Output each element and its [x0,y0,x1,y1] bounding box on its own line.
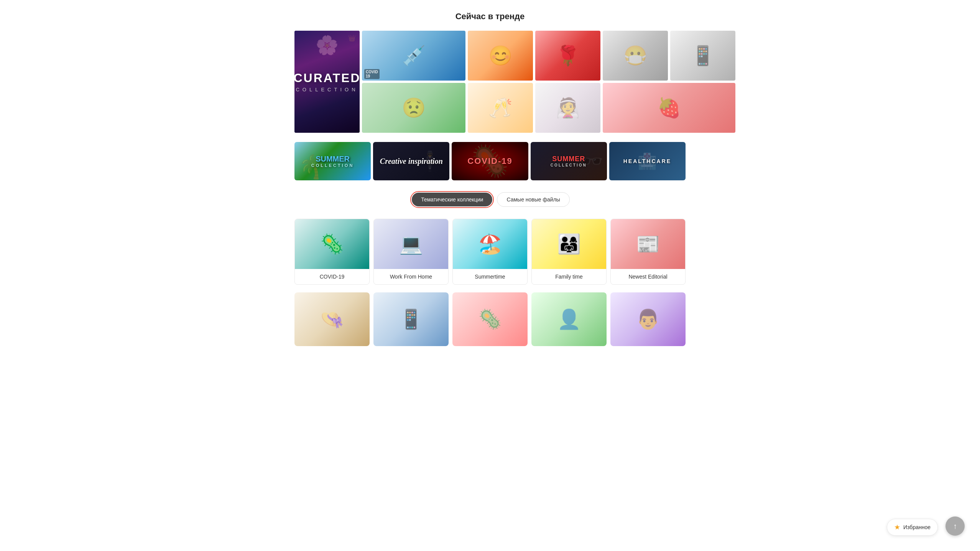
summer-card-icon: 🏖️ [478,233,502,255]
collection-card-wfh[interactable]: 💻 Work From Home [373,219,449,285]
card-image-wfh: 💻 [374,219,448,269]
trending-cell-flowers[interactable]: 🌹 [535,31,600,81]
collection-card2-a[interactable]: 👒 [294,292,370,346]
friends-icon: 🥂 [488,97,512,119]
banner-summer-2[interactable]: SUMMER COLLECTION 🕶️ [531,142,607,180]
banner-summer-1-label: SUMMER COLLECTION [311,155,354,168]
card-label-wfh: Work From Home [374,269,448,284]
card-label-covid: COVID-19 [295,269,369,284]
banner-healthcare-label: HEALTHCARE [623,158,671,164]
trending-cell-curated[interactable]: 👑 🌸 CURATED COLLECTION [294,31,360,133]
card-label-family: Family time [532,269,606,284]
trending-cell-phone[interactable]: 📱 [670,31,735,81]
curated-text-block: CURATED COLLECTION [294,71,360,92]
card2-a-icon: 👒 [320,308,344,330]
card-label-editorial: Newest Editorial [611,269,685,284]
trending-cell-wedding[interactable]: 👰 [535,83,600,133]
card2-c-icon: 🦠 [478,308,502,330]
tab-themed[interactable]: Тематические коллекции [412,193,492,206]
collection-card2-d[interactable]: 👤 [531,292,607,346]
card2-d-icon: 👤 [557,308,581,330]
flower-icon: 🌹 [556,45,580,67]
editorial-card-icon: 📰 [636,233,660,255]
cell-label: COVID19 [364,69,380,79]
banner-creative-label: Creative inspiration [380,157,443,166]
card-image-family: 👨‍👩‍👧 [532,219,606,269]
banner-summer-2-label: SUMMER COLLECTION [551,155,587,167]
banner-row: SUMMER COLLECTION 🌴 Creative inspiration… [294,142,686,180]
mask-icon: 😷 [623,45,647,67]
trending-cell-strawberry[interactable]: 🍓 [603,83,735,133]
trending-cell-mask[interactable]: 😷 [603,31,668,81]
tab-section: Тематические коллекции Самые новые файлы [294,191,686,208]
card-label-summertime: Summertime [453,269,527,284]
collection-card-editorial[interactable]: 📰 Newest Editorial [610,219,686,285]
wedding-icon: 👰 [556,97,580,119]
banner-covid[interactable]: COVID-19 🦠 [452,142,528,180]
collection-card-family[interactable]: 👨‍👩‍👧 Family time [531,219,607,285]
card-image-covid: 🦠 [295,219,369,269]
man-icon: 😊 [488,45,512,67]
banner-summer-1[interactable]: SUMMER COLLECTION 🌴 [294,142,371,180]
banner-creative[interactable]: Creative inspiration 🕴️ [373,142,449,180]
collection-card-summertime[interactable]: 🏖️ Summertime [452,219,528,285]
covid-icon: 💉 [402,45,426,67]
covid-card-icon: 🦠 [320,233,344,255]
collection-grid-2: 👒 📱 🦠 👤 👨 [294,292,686,346]
curated-title: CURATED [294,71,360,85]
banner-healthcare[interactable]: HEALTHCARE 🏥 [609,142,686,180]
family-card-icon: 👨‍👩‍👧 [557,233,581,255]
trending-cell-friends[interactable]: 🥂 [468,83,533,133]
card-image-editorial: 📰 [611,219,685,269]
collection-card2-c[interactable]: 🦠 [452,292,528,346]
banner-covid-label: COVID-19 [467,156,512,166]
collection-grid: 🦠 COVID-19 💻 Work From Home 🏖️ Summertim… [294,219,686,285]
card2-e-icon: 👨 [636,308,660,330]
trending-cell-man[interactable]: 😊 [468,31,533,81]
tab-themed-wrapper: Тематические коллекции [410,191,494,208]
page-title: Сейчас в тренде [294,12,686,21]
collection-card2-b[interactable]: 📱 [373,292,449,346]
main-content: Сейчас в тренде 💉 COVID19 👑 🌸 CURATED CO… [287,0,693,365]
card2-b-icon: 📱 [399,308,423,330]
collection-card-covid[interactable]: 🦠 COVID-19 [294,219,370,285]
tab-newest[interactable]: Самые новые файлы [497,192,569,207]
wfh-card-icon: 💻 [399,233,423,255]
trending-grid: 💉 COVID19 👑 🌸 CURATED COLLECTION 😊 🌹 [294,31,686,133]
flower-decoration: 🌸 [294,35,360,56]
collection-card2-e[interactable]: 👨 [610,292,686,346]
strawberry-icon: 🍓 [657,97,681,119]
phone-icon: 📱 [691,45,715,67]
card-image-summer: 🏖️ [453,219,527,269]
curated-subtitle: COLLECTION [296,87,358,92]
trending-cell-woman[interactable]: 😟 [362,83,465,133]
woman-icon: 😟 [402,97,426,119]
trending-cell-covid-vaccine[interactable]: 💉 COVID19 [362,31,465,81]
